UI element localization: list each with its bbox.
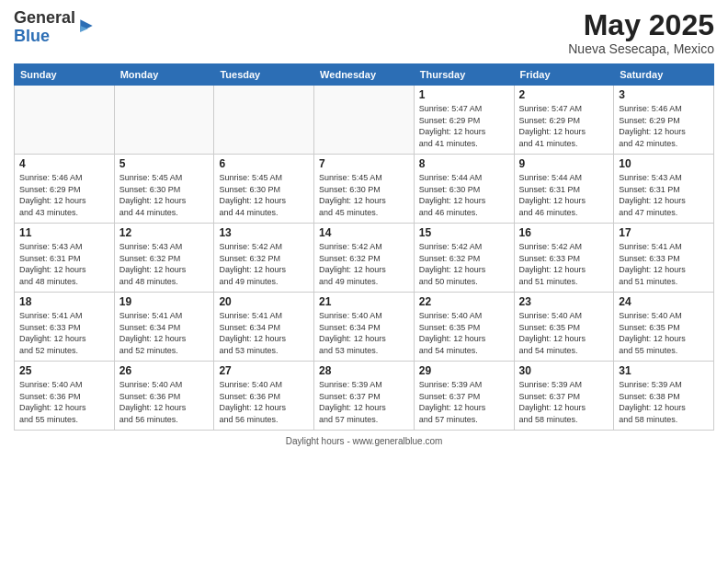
calendar-cell: 20Sunrise: 5:41 AM Sunset: 6:34 PM Dayli…: [214, 293, 314, 362]
day-info: Sunrise: 5:42 AM Sunset: 6:33 PM Dayligh…: [519, 241, 609, 287]
day-info: Sunrise: 5:40 AM Sunset: 6:36 PM Dayligh…: [119, 379, 210, 425]
day-info: Sunrise: 5:44 AM Sunset: 6:30 PM Dayligh…: [419, 172, 509, 218]
calendar-cell: 23Sunrise: 5:40 AM Sunset: 6:35 PM Dayli…: [514, 293, 614, 362]
calendar-cell: 1Sunrise: 5:47 AM Sunset: 6:29 PM Daylig…: [414, 86, 514, 155]
day-number: 23: [519, 295, 609, 308]
calendar-cell: 7Sunrise: 5:45 AM Sunset: 6:30 PM Daylig…: [314, 155, 415, 224]
header-row: Sunday Monday Tuesday Wednesday Thursday…: [15, 64, 714, 86]
calendar-cell: 29Sunrise: 5:39 AM Sunset: 6:37 PM Dayli…: [414, 362, 514, 431]
calendar-cell: 16Sunrise: 5:42 AM Sunset: 6:33 PM Dayli…: [514, 224, 614, 293]
week-row-4: 18Sunrise: 5:41 AM Sunset: 6:33 PM Dayli…: [15, 293, 714, 362]
day-info: Sunrise: 5:45 AM Sunset: 6:30 PM Dayligh…: [119, 172, 210, 218]
calendar-cell: 28Sunrise: 5:39 AM Sunset: 6:37 PM Dayli…: [314, 362, 415, 431]
day-number: 30: [519, 364, 609, 377]
footer: Daylight hours - www.generalblue.com: [14, 436, 714, 446]
page: General Blue May 2025 Nueva Sesecapa, Me…: [0, 0, 728, 563]
day-info: Sunrise: 5:41 AM Sunset: 6:34 PM Dayligh…: [219, 310, 309, 356]
day-info: Sunrise: 5:42 AM Sunset: 6:32 PM Dayligh…: [319, 241, 409, 287]
header-wednesday: Wednesday: [314, 64, 415, 86]
logo-icon: [77, 17, 96, 35]
day-info: Sunrise: 5:39 AM Sunset: 6:37 PM Dayligh…: [519, 379, 609, 425]
header-friday: Friday: [514, 64, 614, 86]
calendar-cell: 26Sunrise: 5:40 AM Sunset: 6:36 PM Dayli…: [114, 362, 214, 431]
footer-url: - www.generalblue.com: [347, 436, 442, 446]
day-info: Sunrise: 5:43 AM Sunset: 6:31 PM Dayligh…: [19, 241, 109, 287]
day-info: Sunrise: 5:39 AM Sunset: 6:38 PM Dayligh…: [619, 379, 709, 425]
header-saturday: Saturday: [614, 64, 714, 86]
title-section: May 2025 Nueva Sesecapa, Mexico: [568, 9, 714, 56]
calendar-cell: 10Sunrise: 5:43 AM Sunset: 6:31 PM Dayli…: [614, 155, 714, 224]
day-number: 9: [519, 157, 609, 170]
calendar-body: 1Sunrise: 5:47 AM Sunset: 6:29 PM Daylig…: [15, 86, 714, 431]
day-info: Sunrise: 5:45 AM Sunset: 6:30 PM Dayligh…: [319, 172, 409, 218]
header-sunday: Sunday: [15, 64, 115, 86]
header-thursday: Thursday: [414, 64, 514, 86]
day-info: Sunrise: 5:40 AM Sunset: 6:35 PM Dayligh…: [419, 310, 509, 356]
day-number: 19: [119, 295, 210, 308]
day-number: 13: [219, 226, 309, 239]
calendar-cell: 8Sunrise: 5:44 AM Sunset: 6:30 PM Daylig…: [414, 155, 514, 224]
week-row-5: 25Sunrise: 5:40 AM Sunset: 6:36 PM Dayli…: [15, 362, 714, 431]
day-number: 27: [219, 364, 309, 377]
day-info: Sunrise: 5:40 AM Sunset: 6:34 PM Dayligh…: [319, 310, 409, 356]
location: Nueva Sesecapa, Mexico: [568, 41, 714, 56]
day-number: 3: [619, 88, 709, 101]
calendar-cell: 27Sunrise: 5:40 AM Sunset: 6:36 PM Dayli…: [214, 362, 314, 431]
header: General Blue May 2025 Nueva Sesecapa, Me…: [14, 9, 714, 56]
calendar-cell: 30Sunrise: 5:39 AM Sunset: 6:37 PM Dayli…: [514, 362, 614, 431]
calendar-cell: 22Sunrise: 5:40 AM Sunset: 6:35 PM Dayli…: [414, 293, 514, 362]
day-info: Sunrise: 5:39 AM Sunset: 6:37 PM Dayligh…: [319, 379, 409, 425]
calendar-cell: 6Sunrise: 5:45 AM Sunset: 6:30 PM Daylig…: [214, 155, 314, 224]
day-number: 6: [219, 157, 309, 170]
calendar-cell: 11Sunrise: 5:43 AM Sunset: 6:31 PM Dayli…: [15, 224, 115, 293]
day-number: 22: [419, 295, 509, 308]
logo-blue-text: Blue: [14, 28, 75, 46]
week-row-2: 4Sunrise: 5:46 AM Sunset: 6:29 PM Daylig…: [15, 155, 714, 224]
calendar-cell: [314, 86, 415, 155]
day-number: 2: [519, 88, 609, 101]
week-row-1: 1Sunrise: 5:47 AM Sunset: 6:29 PM Daylig…: [15, 86, 714, 155]
day-info: Sunrise: 5:41 AM Sunset: 6:33 PM Dayligh…: [19, 310, 109, 356]
day-info: Sunrise: 5:40 AM Sunset: 6:36 PM Dayligh…: [19, 379, 109, 425]
calendar-cell: 14Sunrise: 5:42 AM Sunset: 6:32 PM Dayli…: [314, 224, 415, 293]
logo-general-text: General: [14, 9, 75, 28]
day-number: 20: [219, 295, 309, 308]
calendar-cell: 18Sunrise: 5:41 AM Sunset: 6:33 PM Dayli…: [15, 293, 115, 362]
calendar-header: Sunday Monday Tuesday Wednesday Thursday…: [15, 64, 714, 86]
calendar-cell: 5Sunrise: 5:45 AM Sunset: 6:30 PM Daylig…: [114, 155, 214, 224]
footer-text: Daylight hours: [286, 436, 345, 446]
day-info: Sunrise: 5:46 AM Sunset: 6:29 PM Dayligh…: [619, 103, 709, 149]
calendar-cell: 21Sunrise: 5:40 AM Sunset: 6:34 PM Dayli…: [314, 293, 415, 362]
day-info: Sunrise: 5:43 AM Sunset: 6:31 PM Dayligh…: [619, 172, 709, 218]
day-number: 28: [319, 364, 409, 377]
calendar-cell: 9Sunrise: 5:44 AM Sunset: 6:31 PM Daylig…: [514, 155, 614, 224]
day-info: Sunrise: 5:46 AM Sunset: 6:29 PM Dayligh…: [19, 172, 109, 218]
calendar-cell: 25Sunrise: 5:40 AM Sunset: 6:36 PM Dayli…: [15, 362, 115, 431]
day-info: Sunrise: 5:47 AM Sunset: 6:29 PM Dayligh…: [519, 103, 609, 149]
week-row-3: 11Sunrise: 5:43 AM Sunset: 6:31 PM Dayli…: [15, 224, 714, 293]
day-info: Sunrise: 5:40 AM Sunset: 6:35 PM Dayligh…: [519, 310, 609, 356]
day-number: 18: [19, 295, 109, 308]
calendar-cell: 31Sunrise: 5:39 AM Sunset: 6:38 PM Dayli…: [614, 362, 714, 431]
calendar-cell: 17Sunrise: 5:41 AM Sunset: 6:33 PM Dayli…: [614, 224, 714, 293]
day-info: Sunrise: 5:47 AM Sunset: 6:29 PM Dayligh…: [419, 103, 509, 149]
day-number: 8: [419, 157, 509, 170]
calendar-cell: 13Sunrise: 5:42 AM Sunset: 6:32 PM Dayli…: [214, 224, 314, 293]
logo: General Blue: [14, 9, 96, 46]
day-number: 12: [119, 226, 210, 239]
day-info: Sunrise: 5:42 AM Sunset: 6:32 PM Dayligh…: [219, 241, 309, 287]
month-title: May 2025: [568, 9, 714, 41]
day-info: Sunrise: 5:41 AM Sunset: 6:34 PM Dayligh…: [119, 310, 210, 356]
day-number: 10: [619, 157, 709, 170]
day-info: Sunrise: 5:43 AM Sunset: 6:32 PM Dayligh…: [119, 241, 210, 287]
day-number: 1: [419, 88, 509, 101]
day-info: Sunrise: 5:40 AM Sunset: 6:35 PM Dayligh…: [619, 310, 709, 356]
day-number: 5: [119, 157, 210, 170]
calendar-cell: [15, 86, 115, 155]
day-info: Sunrise: 5:41 AM Sunset: 6:33 PM Dayligh…: [619, 241, 709, 287]
calendar-table: Sunday Monday Tuesday Wednesday Thursday…: [14, 63, 714, 431]
calendar-cell: 24Sunrise: 5:40 AM Sunset: 6:35 PM Dayli…: [614, 293, 714, 362]
day-number: 21: [319, 295, 409, 308]
header-tuesday: Tuesday: [214, 64, 314, 86]
calendar-cell: [214, 86, 314, 155]
